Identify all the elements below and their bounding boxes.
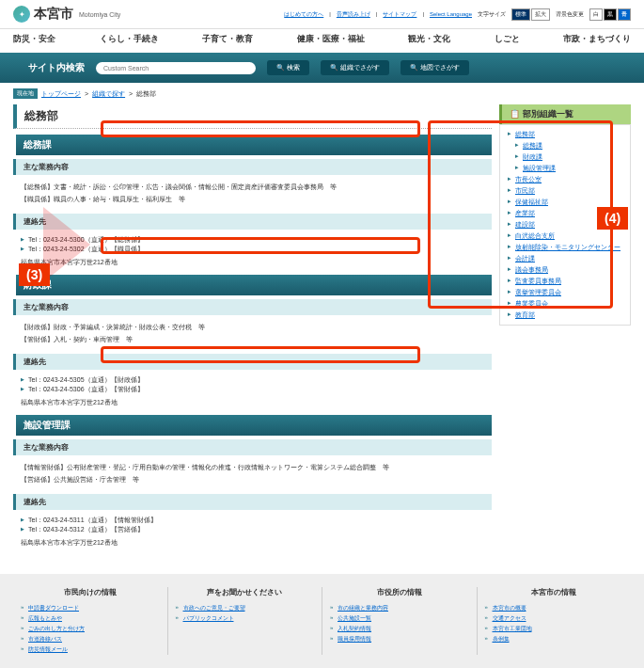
flink-1-0[interactable]: 市政へのご意見・ご要望 <box>183 605 245 611</box>
gyomu-1-1: 【管財係】入札・契約・車両管理 等 <box>21 335 484 345</box>
flink-0-2[interactable]: ごみの出し方と分け方 <box>28 626 85 631</box>
flink-0-1[interactable]: 広報もとみや <box>28 615 62 621</box>
gnav-1[interactable]: くらし・手続き <box>100 33 159 45</box>
side-sub-0[interactable]: 総務課 <box>523 142 542 149</box>
flink-2-3[interactable]: 職員採用情報 <box>338 636 371 642</box>
gyomu-h-1: 主な業務内容 <box>13 299 492 315</box>
side-item-10[interactable]: 監査委員事務局 <box>515 278 561 284</box>
gnav-0[interactable]: 防災・安全 <box>13 33 55 45</box>
crumb-mid[interactable]: 組織で探す <box>92 89 125 99</box>
flink-3-0[interactable]: 本宮市の概要 <box>493 605 526 611</box>
size-label: 文字サイズ <box>478 10 506 19</box>
contact-1-1: Tel：0243-24-5306（直通）【管財係】 <box>21 385 484 394</box>
addr-1: 福島県本宮市本宮字万世212番地 <box>13 396 492 409</box>
color-white[interactable]: 白 <box>589 8 603 21</box>
logo-icon: ✦ <box>13 6 30 23</box>
callout-label-4: (4) <box>597 207 628 230</box>
toplink-1[interactable]: 音声読み上げ <box>337 10 370 19</box>
flink-1-1[interactable]: パブリックコメント <box>183 615 234 621</box>
side-item-5[interactable]: 建設部 <box>515 221 535 228</box>
fcol-h-3: 本宮市の情報 <box>485 587 624 597</box>
side-item-12[interactable]: 農業委員会 <box>515 300 548 307</box>
crumb-tag: 現在地 <box>13 88 38 99</box>
map-search-button[interactable]: 🔍 地図でさがす <box>401 60 469 75</box>
side-title: 📋 部別組織一覧 <box>499 104 631 124</box>
fcol-h-1: 声をお聞かせください <box>176 587 315 597</box>
side-item-4[interactable]: 産業部 <box>515 210 535 216</box>
gyomu-h-2: 主な業務内容 <box>13 439 492 455</box>
flink-2-2[interactable]: 入札契約情報 <box>338 626 371 631</box>
size-large[interactable]: 拡大 <box>531 8 550 21</box>
crumb-current: 総務部 <box>136 89 156 99</box>
side-item-9[interactable]: 議会事務局 <box>515 266 548 273</box>
flink-2-1[interactable]: 公共施設一覧 <box>338 615 371 621</box>
contact-2-1: Tel：0243-24-5312（直通）【営繕係】 <box>21 525 484 534</box>
flink-0-4[interactable]: 防災情報メール <box>28 646 68 652</box>
fcol-h-2: 市役所の情報 <box>330 587 469 597</box>
flink-3-3[interactable]: 条例集 <box>493 636 510 642</box>
flink-2-0[interactable]: 市の組織と業務内容 <box>338 605 388 611</box>
top-utility-links: はじめての方へ| 音声読み上げ| サイトマップ| Select Language… <box>284 8 631 21</box>
gyomu-2-1: 【営繕係】公共施設営繕・庁舎管理 等 <box>21 475 484 485</box>
org-search-button[interactable]: 🔍 組織でさがす <box>321 60 389 75</box>
side-sub-1[interactable]: 財政課 <box>523 153 542 160</box>
flink-0-0[interactable]: 申請書ダウンロード <box>28 605 79 611</box>
side-item-8[interactable]: 会計課 <box>515 255 535 262</box>
global-nav: 防災・安全 くらし・手続き 子育て・教育 健康・医療・福祉 観光・文化 しごと … <box>0 29 644 53</box>
toplink-3[interactable]: Select Language <box>430 11 472 17</box>
color-blue[interactable]: 青 <box>618 8 631 21</box>
contact-h-1: 連絡先 <box>13 354 492 370</box>
gyomu-2-0: 【情報管財係】公有財産管理・登記・庁用自動車の管理・情報化の推進・行政情報ネット… <box>21 463 484 473</box>
side-item-3[interactable]: 保健福祉部 <box>515 199 548 205</box>
contact-2-0: Tel：0243-24-5311（直通）【情報管財係】 <box>21 516 484 525</box>
gnav-5[interactable]: しごと <box>495 33 520 45</box>
side-item-2[interactable]: 市民部 <box>515 187 535 194</box>
contact-1-0: Tel：0243-24-5305（直通）【財政係】 <box>21 375 484 385</box>
side-item-0[interactable]: 総務部 <box>515 131 535 137</box>
gnav-6[interactable]: 市政・まちづくり <box>563 33 631 45</box>
side-item-6[interactable]: 白沢総合支所 <box>515 232 555 239</box>
search-button[interactable]: 🔍 検索 <box>267 60 309 75</box>
side-item-11[interactable]: 選挙管理委員会 <box>515 289 561 295</box>
search-label: サイト内検索 <box>28 61 85 74</box>
search-input[interactable] <box>96 62 256 74</box>
gyomu-0-0: 【総務係】文書・統計・訴訟・公印管理・広告・議会関係・情報公開・固定資産評価審査… <box>21 183 484 193</box>
gyomu-h-0: 主な業務内容 <box>13 159 492 175</box>
side-sub-2[interactable]: 施設管理課 <box>523 165 556 171</box>
contact-h-2: 連絡先 <box>13 494 492 510</box>
flink-3-1[interactable]: 交通アクセス <box>493 615 526 621</box>
section-title-2[interactable]: 施設管理課 <box>13 415 492 436</box>
fcol-h-0: 市民向けの情報 <box>21 587 160 597</box>
toplink-2[interactable]: サイトマップ <box>383 10 416 19</box>
addr-2: 福島県本宮市本宮字万世212番地 <box>13 536 492 549</box>
gnav-2[interactable]: 子育て・教育 <box>202 33 253 45</box>
callout-label-3: (3) <box>19 263 50 286</box>
gyomu-0-1: 【職員係】職員の人事・給与・職員厚生・福利厚生 等 <box>21 195 484 205</box>
side-item-1[interactable]: 市長公室 <box>515 176 542 183</box>
city-name: 本宮市 <box>34 6 73 23</box>
crumb-home[interactable]: トップページ <box>41 89 81 99</box>
gyomu-1-0: 【財政係】財政・予算編成・決算統計・財政公表・交付税 等 <box>21 323 484 333</box>
side-item-13[interactable]: 教育部 <box>515 311 535 318</box>
search-bar: サイト内検索 🔍 検索 🔍 組織でさがす 🔍 地図でさがす <box>0 53 644 83</box>
gnav-3[interactable]: 健康・医療・福祉 <box>297 33 365 45</box>
breadcrumb: 現在地 トップページ > 組織で探す > 総務部 <box>0 83 644 104</box>
section-title-0[interactable]: 総務課 <box>13 135 492 155</box>
gnav-4[interactable]: 観光・文化 <box>408 33 450 45</box>
flink-3-2[interactable]: 本宮市工業団地 <box>493 626 532 631</box>
size-normal[interactable]: 標準 <box>511 8 530 21</box>
site-logo[interactable]: ✦ 本宮市 Motomiya City <box>13 6 120 23</box>
color-black[interactable]: 黒 <box>604 8 617 21</box>
color-label: 背景色変更 <box>556 10 584 19</box>
side-item-7[interactable]: 放射能除染・モニタリングセンター <box>515 244 620 250</box>
flink-0-3[interactable]: 市道路線バス <box>28 636 62 642</box>
city-sub: Motomiya City <box>79 11 120 18</box>
toplink-0[interactable]: はじめての方へ <box>284 10 323 19</box>
page-title: 総務部 <box>13 104 492 129</box>
